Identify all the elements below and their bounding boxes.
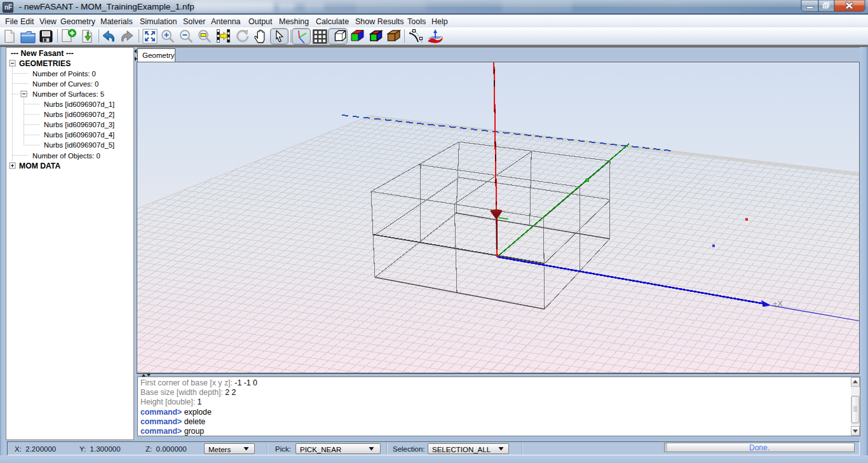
svg-text:Number of Points: 0: Number of Points: 0	[32, 70, 96, 78]
svg-text:Nurbs [id6096907d_4]: Nurbs [id6096907d_4]	[44, 131, 114, 139]
svg-text:Nurbs [id6096907d_1]: Nurbs [id6096907d_1]	[44, 100, 114, 108]
svg-text:Nurbs [id6096907d_3]: Nurbs [id6096907d_3]	[44, 121, 114, 128]
svg-text:Number of Objects: 0: Number of Objects: 0	[32, 152, 100, 160]
svg-text:Number of Curves: 0: Number of Curves: 0	[32, 80, 98, 88]
svg-text:MOM DATA: MOM DATA	[19, 162, 60, 170]
svg-text:Number of Surfaces: 5: Number of Surfaces: 5	[32, 90, 104, 98]
svg-text:GEOMETRIES: GEOMETRIES	[19, 59, 71, 68]
svg-text:Nurbs [id6096907d_5]: Nurbs [id6096907d_5]	[44, 141, 114, 149]
svg-text:--- New Fasant ---: --- New Fasant ---	[11, 49, 74, 58]
svg-text:Nurbs [id6096907d_2]: Nurbs [id6096907d_2]	[44, 111, 114, 118]
